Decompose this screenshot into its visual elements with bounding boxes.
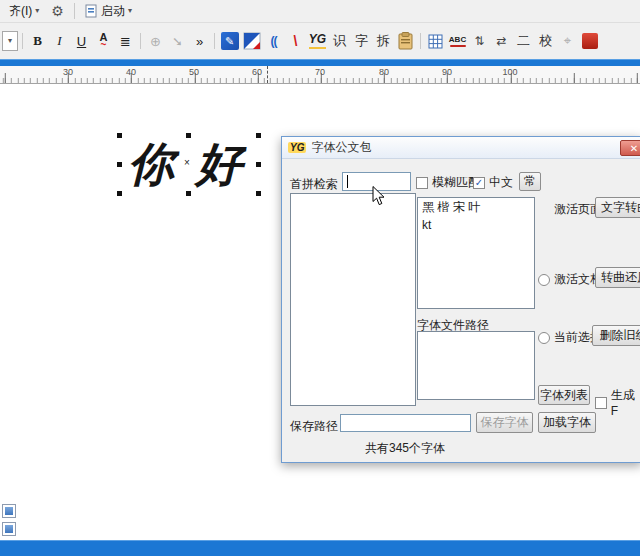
selection-handle[interactable]	[256, 191, 261, 196]
delete-old-lines-button[interactable]: 删除旧线	[592, 325, 640, 346]
italic-button[interactable]: I	[49, 29, 70, 53]
ruler-number: 90	[442, 67, 452, 77]
selection-handle[interactable]	[117, 133, 122, 138]
underline-button[interactable]: U	[71, 29, 92, 53]
split-text-button[interactable]: 拆	[373, 29, 394, 53]
generate-label: 生成F	[611, 387, 640, 418]
abc-arrow-icon: ABC	[449, 36, 466, 47]
spacing-horizontal-icon: ⇄	[496, 34, 506, 48]
selection-box[interactable]: ×	[120, 136, 258, 193]
clipboard-icon	[398, 32, 413, 50]
horizontal-ruler[interactable]: 30 40 50 60 70 80 90 100	[0, 66, 640, 84]
pencil-icon: ✎	[221, 32, 239, 50]
selection-handle[interactable]	[256, 162, 261, 167]
dialog-titlebar[interactable]: YG 字体公文包 ✕	[282, 137, 640, 159]
font-list-button[interactable]: 字体列表	[538, 385, 590, 405]
radio-icon	[538, 274, 550, 286]
list-item[interactable]: 黑 楷 宋 叶	[418, 198, 534, 217]
spacing-vertical-icon: ⇅	[474, 34, 484, 48]
app-window: 齐(I) ▾ ⚙ 启动 ▾ ▾ B I U A ~	[0, 0, 640, 556]
separator	[214, 33, 215, 49]
yg-logo: YG	[309, 33, 326, 48]
separator	[140, 33, 141, 49]
chevron-down-icon: ▾	[35, 7, 39, 15]
selection-handle[interactable]	[117, 191, 122, 196]
yg-plugin-button[interactable]: YG	[307, 29, 328, 53]
proof-two-button[interactable]: 二	[513, 29, 534, 53]
selection-handle[interactable]	[117, 162, 122, 167]
checkbox-checked-icon: ✓	[473, 177, 485, 189]
chinese-checkbox[interactable]: ✓ 中文	[473, 174, 513, 191]
horizontal-spacing-button[interactable]: ⇄	[491, 29, 512, 53]
clipboard-button[interactable]	[395, 29, 416, 53]
toolbar-overflow-button[interactable]: »	[189, 29, 210, 53]
checkbox-icon	[416, 177, 428, 189]
load-font-button[interactable]: 加载字体	[538, 412, 596, 433]
grid-button[interactable]	[425, 29, 446, 53]
nudge-button[interactable]: ➘	[167, 29, 188, 53]
font-count-status: 共有345个字体	[290, 440, 520, 457]
mouse-cursor	[372, 186, 386, 209]
chang-button[interactable]: 常	[519, 172, 541, 191]
font-briefcase-dialog[interactable]: YG 字体公文包 ✕ 首拼检索 模糊匹配 ✓ 中文 常 黑 楷 宋 叶 kt	[281, 136, 640, 463]
char-button[interactable]: 字	[351, 29, 372, 53]
recognize-button[interactable]: 识	[329, 29, 350, 53]
save-path-label: 保存路径	[290, 418, 338, 435]
bullet-list-button[interactable]: ≣	[115, 29, 136, 53]
separator	[74, 3, 75, 19]
font-preview-list[interactable]: 黑 楷 宋 叶 kt	[417, 197, 535, 309]
save-font-button[interactable]: 保存字体	[476, 412, 533, 433]
split-color-plugin-button[interactable]	[241, 29, 262, 53]
fuzzy-match-checkbox[interactable]: 模糊匹配	[416, 174, 480, 191]
bold-button[interactable]: B	[27, 29, 48, 53]
curve-restore-button[interactable]: 转曲还原	[595, 267, 640, 288]
radio-activate-page[interactable]: 激活页面	[538, 201, 602, 218]
vertical-spacing-button[interactable]: ⇅	[469, 29, 490, 53]
text-caret	[347, 175, 348, 188]
selection-handle[interactable]	[186, 191, 191, 196]
circle-plus-icon: ⊕	[150, 34, 161, 49]
settings-button[interactable]: ⚙	[46, 1, 69, 21]
close-icon: ✕	[630, 143, 638, 154]
menu-launch-label: 启动	[101, 3, 125, 20]
list-item[interactable]: kt	[418, 217, 534, 233]
separator	[420, 33, 421, 49]
save-path-input[interactable]	[340, 414, 471, 432]
search-label: 首拼检索	[290, 176, 338, 193]
change-case-button[interactable]: ABC	[447, 29, 468, 53]
page-thumb-icon[interactable]	[2, 522, 16, 536]
list-icon: ≣	[120, 34, 131, 49]
dialog-title: 字体公文包	[311, 139, 371, 156]
ruler-number: 100	[502, 67, 517, 77]
snap-center-button[interactable]: ⊕	[145, 29, 166, 53]
red-square-icon	[582, 33, 598, 49]
menu-launch[interactable]: 启动 ▾	[80, 1, 137, 22]
target-button[interactable]: ⌖	[557, 29, 578, 53]
page-thumb-icon[interactable]	[2, 504, 16, 518]
close-button[interactable]: ✕	[620, 140, 640, 156]
toolbar: ▾ B I U A ~ ≣ ⊕ ➘ » ✎	[0, 22, 640, 59]
chevron-double-icon: »	[196, 34, 203, 49]
yg-logo: YG	[288, 142, 306, 153]
radio-activate-doc[interactable]: 激活文档	[538, 271, 602, 288]
proof-check-button[interactable]: 校	[535, 29, 556, 53]
slash-plugin-button[interactable]: \	[285, 29, 306, 53]
combo-dropdown-button[interactable]: ▾	[2, 31, 18, 51]
menu-align-label: 齐(I)	[9, 3, 32, 20]
split-square-icon	[243, 32, 261, 50]
selection-handle[interactable]	[186, 133, 191, 138]
ruler-number: 50	[189, 67, 199, 77]
parentheses-plugin-button[interactable]: ((	[263, 29, 284, 53]
selection-handle[interactable]	[256, 133, 261, 138]
font-path-list[interactable]	[417, 331, 535, 400]
font-result-list[interactable]	[290, 193, 416, 406]
chevron-down-icon: ▾	[128, 7, 132, 15]
red-tool-button[interactable]	[579, 29, 600, 53]
generate-checkbox[interactable]: 生成F	[595, 387, 640, 418]
text-to-curve-button[interactable]: 文字转曲	[595, 197, 640, 218]
spell-check-button[interactable]: A ~	[93, 29, 114, 53]
edit-plugin-button[interactable]: ✎	[219, 29, 240, 53]
grid-icon	[428, 34, 443, 49]
target-icon: ⌖	[564, 33, 571, 49]
menu-align[interactable]: 齐(I) ▾	[4, 1, 44, 22]
